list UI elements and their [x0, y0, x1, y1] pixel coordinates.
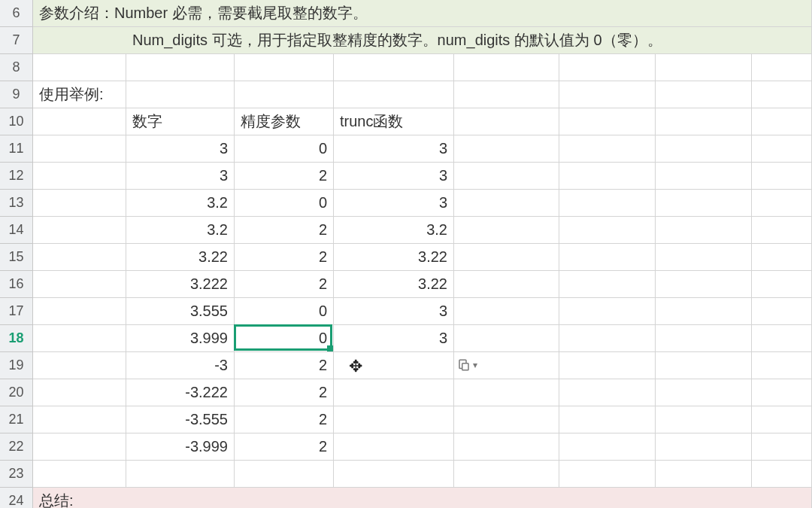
cell-r24-c5[interactable] [454, 488, 559, 508]
cell-r16-c6[interactable] [559, 271, 656, 298]
cell-r10-c2[interactable]: 数字 [126, 108, 235, 135]
cell-r22-c6[interactable] [559, 433, 656, 461]
cell-r23-c6[interactable] [559, 461, 656, 488]
cell-r23-c5[interactable] [454, 461, 559, 488]
cell-r10-c8[interactable] [752, 108, 812, 135]
cell-r15-c3[interactable]: 2 [235, 244, 334, 271]
cell-r24-c2[interactable] [126, 488, 235, 508]
cell-r9-c1[interactable]: 使用举例: [33, 81, 126, 108]
row-header-24[interactable]: 24 [0, 488, 33, 508]
cell-r9-c6[interactable] [559, 81, 656, 108]
cell-r24-c3[interactable] [235, 488, 334, 508]
cell-r24-c1[interactable]: 总结: [33, 488, 126, 508]
row-header-21[interactable]: 21 [0, 406, 33, 433]
row-header-9[interactable]: 9 [0, 81, 33, 108]
cell-r11-c1[interactable] [33, 135, 126, 163]
cell-r24-c6[interactable] [559, 488, 656, 508]
cell-r20-c5[interactable] [454, 379, 559, 406]
cell-r22-c7[interactable] [656, 433, 752, 461]
row-header-19[interactable]: 19 [0, 352, 33, 379]
cell-r19-c4[interactable] [334, 352, 454, 379]
cell-r9-c2[interactable] [126, 81, 235, 108]
cell-r13-c6[interactable] [559, 190, 656, 217]
cell-r11-c8[interactable] [752, 135, 812, 163]
cell-r8-c2[interactable] [126, 54, 235, 81]
cell-r18-c8[interactable] [752, 325, 812, 352]
cell-r19-c8[interactable] [752, 352, 812, 379]
cell-r17-c2[interactable]: 3.555 [126, 298, 235, 325]
cell-r7-c7[interactable] [656, 27, 752, 54]
paste-options-icon[interactable]: ▾ [457, 358, 477, 372]
cell-r14-c1[interactable] [33, 217, 126, 244]
cell-r13-c1[interactable] [33, 190, 126, 217]
cell-r14-c4[interactable]: 3.2 [334, 217, 454, 244]
cell-r21-c3[interactable]: 2 [235, 406, 334, 433]
cell-r18-c5[interactable] [454, 325, 559, 352]
cell-r19-c6[interactable] [559, 352, 656, 379]
cell-r16-c3[interactable]: 2 [235, 271, 334, 298]
cell-r15-c4[interactable]: 3.22 [334, 244, 454, 271]
row-header-7[interactable]: 7 [0, 27, 33, 54]
cell-r10-c4[interactable]: trunc函数 [334, 108, 454, 135]
row-header-14[interactable]: 14 [0, 217, 33, 244]
cell-r11-c4[interactable]: 3 [334, 135, 454, 163]
cell-r7-c2[interactable]: Num_digits 可选，用于指定取整精度的数字。num_digits 的默认… [126, 27, 235, 54]
cell-r18-c6[interactable] [559, 325, 656, 352]
cell-r15-c1[interactable] [33, 244, 126, 271]
cell-r12-c2[interactable]: 3 [126, 163, 235, 190]
row-header-6[interactable]: 6 [0, 0, 33, 27]
row-header-20[interactable]: 20 [0, 379, 33, 406]
cell-r18-c7[interactable] [656, 325, 752, 352]
cell-r20-c8[interactable] [752, 379, 812, 406]
cell-r14-c5[interactable] [454, 217, 559, 244]
cell-r15-c5[interactable] [454, 244, 559, 271]
cell-r6-c6[interactable] [559, 0, 656, 27]
cell-r20-c7[interactable] [656, 379, 752, 406]
cell-r14-c2[interactable]: 3.2 [126, 217, 235, 244]
cell-r13-c8[interactable] [752, 190, 812, 217]
row-header-15[interactable]: 15 [0, 244, 33, 271]
cell-r17-c1[interactable] [33, 298, 126, 325]
cell-r19-c7[interactable] [656, 352, 752, 379]
cell-r8-c3[interactable] [235, 54, 334, 81]
cell-r8-c1[interactable] [33, 54, 126, 81]
cell-r10-c5[interactable] [454, 108, 559, 135]
cell-r23-c1[interactable] [33, 461, 126, 488]
cell-r14-c7[interactable] [656, 217, 752, 244]
cell-r16-c8[interactable] [752, 271, 812, 298]
cell-r10-c3[interactable]: 精度参数 [235, 108, 334, 135]
cell-r24-c4[interactable] [334, 488, 454, 508]
cell-r15-c2[interactable]: 3.22 [126, 244, 235, 271]
row-header-17[interactable]: 17 [0, 298, 33, 325]
cell-r11-c7[interactable] [656, 135, 752, 163]
cell-r12-c4[interactable]: 3 [334, 163, 454, 190]
cell-r9-c7[interactable] [656, 81, 752, 108]
cell-r9-c3[interactable] [235, 81, 334, 108]
cell-r10-c6[interactable] [559, 108, 656, 135]
cell-r16-c4[interactable]: 3.22 [334, 271, 454, 298]
row-header-12[interactable]: 12 [0, 163, 33, 190]
cell-r17-c3[interactable]: 0 [235, 298, 334, 325]
cell-r6-c8[interactable] [752, 0, 812, 27]
cell-r21-c4[interactable] [334, 406, 454, 433]
cell-r17-c8[interactable] [752, 298, 812, 325]
cell-r16-c2[interactable]: 3.222 [126, 271, 235, 298]
cell-r12-c7[interactable] [656, 163, 752, 190]
cell-r10-c1[interactable] [33, 108, 126, 135]
cell-r18-c2[interactable]: 3.999 [126, 325, 235, 352]
cell-r14-c6[interactable] [559, 217, 656, 244]
cell-r18-c1[interactable] [33, 325, 126, 352]
cell-r22-c3[interactable]: 2 [235, 433, 334, 461]
cell-r17-c6[interactable] [559, 298, 656, 325]
cell-r21-c7[interactable] [656, 406, 752, 433]
cell-r22-c8[interactable] [752, 433, 812, 461]
cell-r23-c7[interactable] [656, 461, 752, 488]
cell-r18-c4[interactable]: 3 [334, 325, 454, 352]
cell-r16-c7[interactable] [656, 271, 752, 298]
cell-r21-c1[interactable] [33, 406, 126, 433]
cell-r20-c4[interactable] [334, 379, 454, 406]
cell-r11-c5[interactable] [454, 135, 559, 163]
cell-r20-c6[interactable] [559, 379, 656, 406]
cell-r23-c3[interactable] [235, 461, 334, 488]
row-header-22[interactable]: 22 [0, 433, 33, 461]
